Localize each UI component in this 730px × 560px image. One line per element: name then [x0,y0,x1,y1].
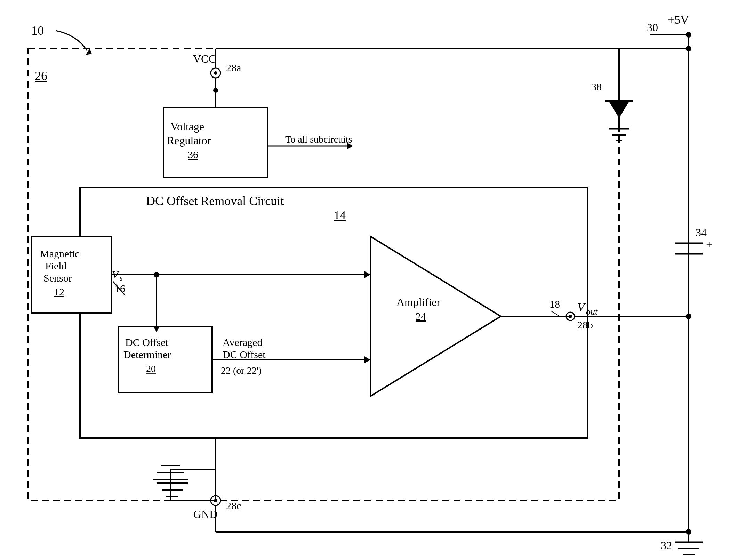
dc-det-num: 20 [146,363,156,374]
amplifier-label: Amplifier [396,296,441,308]
sensor-label-line2: Field [45,260,67,271]
svg-point-46 [569,315,572,318]
sensor-label-line1: Magnetic [40,248,79,259]
dc-offset-circuit-label: DC Offset Removal Circuit [146,194,284,208]
dc-det-label-line2: Determiner [123,349,171,360]
vr-label-line1: Voltage [170,120,204,133]
wire18-label: 18 [549,298,560,310]
pin28a-label: 28a [226,62,241,73]
vcc-label: VCC [193,52,216,65]
sensor-label-line3: Sensor [43,272,72,284]
wire34-label: 34 [696,226,707,239]
averaged-dc-label1: Averaged [223,336,262,348]
gnd-label: GND [193,508,217,520]
vr-label-line2: Regulator [167,134,211,147]
sensor-num: 12 [54,286,64,298]
pin28b-label: 28b [577,319,593,331]
averaged-dc-label2: DC Offset [223,349,266,360]
diode38-label: 38 [591,81,602,92]
plus5v-label: +5V [668,13,689,26]
wire30-label: 30 [647,21,658,34]
amplifier-num: 24 [416,310,426,322]
vout-subscript: out [586,307,598,317]
wire16-label: 16 [115,283,125,294]
outer-box-num: 26 [35,69,47,83]
dc-det-label-line1: DC Offset [125,336,168,348]
svg-point-18 [686,46,691,51]
system-number: 10 [31,24,44,38]
svg-point-62 [686,529,691,535]
svg-point-20 [213,88,218,93]
vr-num: 36 [188,149,198,160]
dc-offset-num: 14 [334,209,346,221]
wire22-label: 22 (or 22') [221,365,262,376]
svg-point-49 [686,314,691,319]
cap-plus-label: + [706,238,713,251]
svg-point-16 [214,71,217,75]
subcircuits-label: To all subcircuits [285,134,352,145]
wire32-label: 32 [661,539,672,552]
pin28c-label: 28c [226,500,241,511]
circuit-diagram: 26 10 +5V 30 34 + 32 VCC 28a 38 [0,0,730,560]
